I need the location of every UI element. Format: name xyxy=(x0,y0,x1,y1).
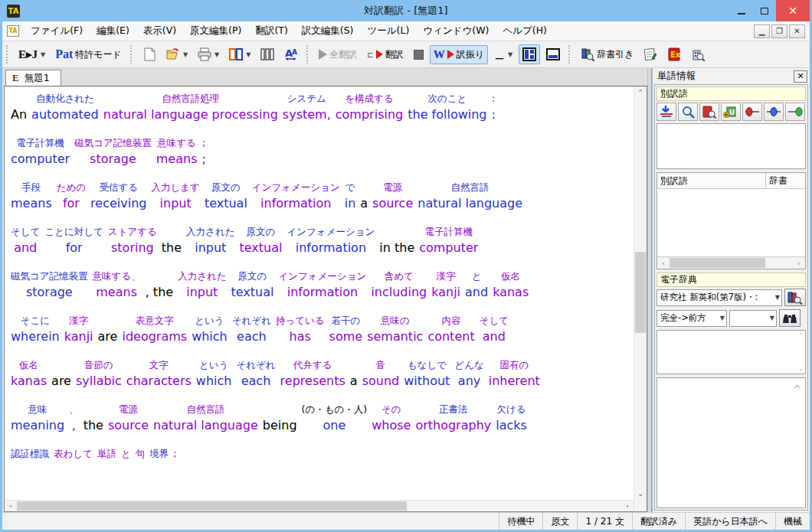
word-unit[interactable]: 音sound xyxy=(362,357,400,390)
dictionary-select[interactable]: 研究社 新英和(第7版)・: ▼ xyxy=(656,289,782,306)
red-marker-button[interactable] xyxy=(742,103,762,121)
language-pair-button[interactable]: E▸J ▼ xyxy=(15,44,49,64)
word-unit[interactable]: それぞれeach xyxy=(236,357,275,390)
dictionary-detail-button[interactable] xyxy=(699,103,719,121)
minimize-button[interactable] xyxy=(730,0,753,21)
word-unit[interactable]: 自動化されたautomated xyxy=(31,91,99,124)
word-unit[interactable]: と xyxy=(121,446,131,479)
word-unit[interactable]: a xyxy=(360,180,368,213)
green-marker-button[interactable] xyxy=(785,103,805,121)
word-unit[interactable]: インフォメーションinformation xyxy=(278,269,366,302)
word-unit[interactable]: 手段means xyxy=(11,180,52,213)
mdi-restore-button[interactable]: ❐ xyxy=(771,24,787,38)
menu-item-2[interactable]: 表示(V) xyxy=(136,22,183,40)
translate-button[interactable]: ⊏ 翻訳 xyxy=(363,45,407,64)
word-unit[interactable]: 自然言語natural language xyxy=(417,180,522,213)
table-scroll-thumb[interactable] xyxy=(670,258,765,268)
word-unit[interactable]: 境界 xyxy=(149,446,169,479)
horizontal-scroll-thumb[interactable] xyxy=(17,501,407,511)
tab-untitled1[interactable]: E 無題1 xyxy=(5,70,61,86)
word-unit[interactable]: 入力しますinput xyxy=(151,180,199,213)
menu-item-6[interactable]: ツール(L) xyxy=(360,22,416,40)
word-unit[interactable]: 電子計算機computer xyxy=(419,224,478,257)
apply-translation-button[interactable] xyxy=(656,103,676,121)
word-unit[interactable]: 次のことthe following xyxy=(408,91,486,124)
scroll-right-icon[interactable]: › xyxy=(621,501,634,511)
patent-mode-button[interactable]: Pat 特許モード xyxy=(51,44,126,64)
word-unit[interactable]: そしてand xyxy=(11,224,40,257)
word-unit[interactable]: 入力されたinput xyxy=(178,269,226,302)
word-unit[interactable]: 単語 xyxy=(97,446,116,479)
search-word-button[interactable] xyxy=(678,103,698,121)
word-unit[interactable]: 意味する、means xyxy=(93,269,141,302)
menu-item-1[interactable]: 編集(E) xyxy=(90,22,136,40)
word-unit[interactable]: 持っているhas xyxy=(276,313,325,346)
word-unit[interactable]: 音節のsyllabic xyxy=(76,357,122,390)
word-unit[interactable]: 受信するreceiving xyxy=(90,180,146,213)
word-unit[interactable]: 表意文字ideograms xyxy=(122,313,187,346)
word-unit[interactable]: 原文のtextual xyxy=(239,224,282,257)
vertical-split-view-button[interactable] xyxy=(519,44,540,64)
mdi-close-button[interactable]: ✕ xyxy=(789,24,805,38)
word-unit[interactable]: 漢字kanji xyxy=(64,313,93,346)
word-unit[interactable]: 電源source xyxy=(108,402,149,435)
word-unit[interactable]: 原文のtextual xyxy=(231,269,274,302)
word-unit[interactable]: というwhich xyxy=(192,313,228,346)
word-unit[interactable]: 意味するmeans xyxy=(156,135,198,168)
word-unit[interactable]: ;; xyxy=(201,135,205,168)
word-unit[interactable]: , the xyxy=(146,269,173,302)
word-unit[interactable]: the xyxy=(162,224,182,257)
dictionary-entry-box[interactable]: ⌃ ⌄ xyxy=(656,330,806,374)
alt-translation-list[interactable] xyxy=(657,189,805,256)
maximize-button[interactable] xyxy=(753,0,776,21)
scroll-up-icon[interactable]: ⌃ xyxy=(634,86,647,99)
word-unit[interactable]: 自然言語natural language xyxy=(153,402,258,435)
scroll-left-icon[interactable]: ‹ xyxy=(5,501,17,511)
word-unit[interactable]: を構成するcomprising xyxy=(336,91,403,124)
panel-close-button[interactable]: ✕ xyxy=(794,70,807,83)
menu-item-7[interactable]: ウィンドウ(W) xyxy=(416,22,496,40)
word-unit[interactable]: 内容content xyxy=(427,313,474,346)
new-document-button[interactable] xyxy=(139,44,160,64)
word-unit[interactable]: どんなany xyxy=(454,357,483,390)
column-view-button[interactable] xyxy=(257,44,278,64)
scroll-down-icon[interactable]: ⌄ xyxy=(634,488,647,500)
word-unit[interactable]: 欠けるlacks xyxy=(496,402,527,435)
menu-item-5[interactable]: 訳文編集(S) xyxy=(295,22,361,40)
word-unit[interactable]: 若干のsome xyxy=(329,313,363,346)
yakufuri-button[interactable]: W 訳振り xyxy=(430,45,488,64)
blue-marker-button[interactable] xyxy=(764,103,784,121)
word-unit[interactable]: 文字characters xyxy=(126,357,192,390)
word-unit[interactable]: もなしでwithout xyxy=(404,357,450,390)
word-unit[interactable]: a xyxy=(350,357,358,390)
word-unit[interactable]: 漢字kanji xyxy=(431,269,460,302)
scroll-down-icon[interactable]: ⌄ xyxy=(797,364,804,372)
scroll-up-icon[interactable]: ⌃ xyxy=(797,332,804,340)
pane-layout-button[interactable]: ▼ xyxy=(225,44,254,64)
scroll-right-icon[interactable]: › xyxy=(793,257,805,269)
column-header-dictionary[interactable]: 辞書 xyxy=(766,173,791,188)
mdi-minimize-button[interactable]: ▁ xyxy=(754,24,770,38)
word-unit[interactable]: 代弁するrepresents xyxy=(280,357,345,390)
menu-item-4[interactable]: 翻訳(T) xyxy=(248,22,294,40)
word-unit[interactable]: 意味のsemantic xyxy=(367,313,423,346)
document-system-icon[interactable]: TA xyxy=(7,25,19,37)
word-unit[interactable]: そのwhose xyxy=(372,402,411,435)
word-unit[interactable]: 意味meaning xyxy=(11,402,64,435)
vertical-scrollbar[interactable]: ⌃ ⌄ xyxy=(634,86,647,511)
word-unit[interactable]: とand xyxy=(465,269,488,302)
word-unit[interactable]: being xyxy=(263,402,297,435)
word-unit[interactable]: というwhich xyxy=(196,357,232,390)
column-header-alt-word[interactable]: 別訳語 xyxy=(657,173,766,188)
word-unit[interactable]: An xyxy=(11,91,27,124)
translate-all-button[interactable]: 全翻訳 xyxy=(315,45,361,64)
selected-word-box[interactable] xyxy=(656,123,806,169)
search-term-select[interactable]: ▼ xyxy=(729,310,777,327)
menu-item-0[interactable]: ファイル(F) xyxy=(24,22,90,40)
stop-button[interactable] xyxy=(410,47,427,63)
word-unit[interactable]: 句 xyxy=(136,446,146,479)
menu-item-3[interactable]: 原文編集(P) xyxy=(183,22,248,40)
dictionary-browse-button[interactable] xyxy=(784,289,806,306)
word-unit[interactable]: ストアするstoring xyxy=(108,224,157,257)
word-unit[interactable]: 含めてincluding xyxy=(371,269,427,302)
